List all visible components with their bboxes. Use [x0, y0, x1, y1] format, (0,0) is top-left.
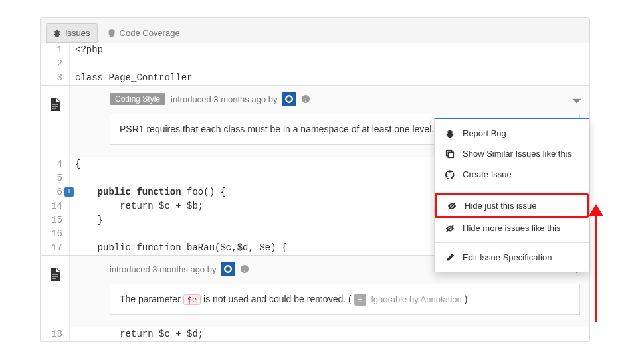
- line-number: 17: [41, 241, 70, 255]
- code-text: return $c + $d;: [70, 327, 209, 341]
- code-text: public function baRau($c,$d, $e) {: [70, 241, 292, 255]
- line-number: 15: [41, 213, 70, 227]
- bug-icon: [53, 29, 61, 37]
- svg-text:i: i: [244, 266, 246, 273]
- tab-bar: Issues Code Coverage: [41, 18, 589, 43]
- menu-label: Edit Issue Specification: [463, 252, 552, 262]
- tab-issues-label: Issues: [65, 28, 90, 38]
- tab-issues[interactable]: Issues: [46, 23, 98, 43]
- code-panel: Issues Code Coverage 1 <?php 2 3 class P…: [40, 17, 590, 342]
- issue-badge: Coding Style: [110, 93, 165, 105]
- code-text: {: [70, 157, 86, 171]
- line-number: 18: [41, 327, 70, 341]
- menu-edit-spec[interactable]: Edit Issue Specification: [435, 247, 589, 268]
- menu-label: Hide more issues like this: [463, 223, 560, 233]
- code-text: <?php: [70, 43, 108, 57]
- code-area: 1 <?php 2 3 class Page_Controller Coding…: [41, 43, 589, 341]
- code-line: 3 class Page_Controller: [41, 71, 589, 85]
- shield-icon: [108, 29, 116, 37]
- plus-icon[interactable]: +: [354, 294, 366, 306]
- line-number: 14: [41, 199, 70, 213]
- menu-create-issue[interactable]: Create Issue: [435, 164, 589, 185]
- menu-label: Report Bug: [463, 128, 506, 138]
- menu-label: Hide just this issue: [465, 201, 536, 211]
- menu-hide-this[interactable]: Hide just this issue: [435, 193, 589, 218]
- svg-rect-5: [448, 152, 453, 157]
- eye-slash-icon: [447, 201, 457, 211]
- menu-report-bug[interactable]: Report Bug: [435, 123, 589, 143]
- code-text: return $c + $b;: [70, 199, 209, 213]
- code-text: public function foo() {: [70, 185, 231, 199]
- menu-hide-more[interactable]: Hide more issues like this: [435, 218, 589, 238]
- line-number: 6 +: [41, 185, 70, 199]
- chevron-down-icon[interactable]: [571, 95, 583, 107]
- line-number: 5: [41, 171, 70, 185]
- issue-message: The parameter $e is not used and could b…: [110, 284, 580, 315]
- issue-intro-text: introduced 3 months ago by: [171, 94, 277, 104]
- bug-icon: [445, 129, 455, 138]
- line-number: 4: [41, 157, 70, 171]
- issue-actions-menu: Report Bug Show Similar Issues like this…: [434, 118, 589, 272]
- info-icon[interactable]: i: [301, 94, 310, 104]
- info-icon[interactable]: i: [240, 264, 249, 274]
- eye-slash-icon: [445, 224, 455, 233]
- copy-icon: [445, 149, 455, 159]
- line-number: 16: [41, 227, 70, 241]
- line-number: 2: [41, 57, 70, 71]
- expand-icon[interactable]: +: [64, 187, 74, 197]
- tab-coverage[interactable]: Code Coverage: [100, 23, 187, 43]
- code-text: class Page_Controller: [70, 71, 197, 85]
- edit-icon: [445, 253, 455, 262]
- code-text: [70, 57, 80, 71]
- code-text: [70, 227, 80, 241]
- svg-point-9: [226, 267, 231, 272]
- issue-meta: Coding Style introduced 3 months ago by …: [110, 92, 580, 106]
- issue-file-icon: [41, 86, 70, 157]
- ignorable-text: Ignorable by Annotation: [369, 294, 462, 304]
- code-line: 2: [41, 57, 589, 71]
- svg-text:i: i: [305, 96, 307, 103]
- line-number: 1: [41, 43, 70, 57]
- tab-coverage-label: Code Coverage: [120, 28, 180, 38]
- code-line: 1 <?php: [41, 43, 589, 57]
- menu-separator: [435, 189, 589, 189]
- github-icon: [445, 170, 455, 179]
- menu-label: Show Similar Issues like this: [463, 149, 572, 159]
- issue-block: Coding Style introduced 3 months ago by …: [41, 85, 589, 157]
- svg-point-1: [287, 97, 292, 102]
- menu-separator: [435, 242, 589, 243]
- avatar[interactable]: [282, 92, 296, 106]
- avatar[interactable]: [221, 262, 235, 276]
- issue-file-icon: [41, 256, 70, 327]
- menu-show-similar[interactable]: Show Similar Issues like this: [435, 143, 589, 164]
- annotation-arrow: [589, 204, 603, 322]
- issue-intro-text: introduced 3 months ago by: [110, 264, 216, 274]
- code-text: }: [70, 213, 108, 227]
- menu-label: Create Issue: [463, 169, 512, 179]
- code-token: $e: [183, 294, 201, 305]
- line-number: 3: [41, 71, 70, 85]
- code-text: [70, 171, 80, 185]
- code-line: 18 return $c + $d;: [41, 327, 589, 341]
